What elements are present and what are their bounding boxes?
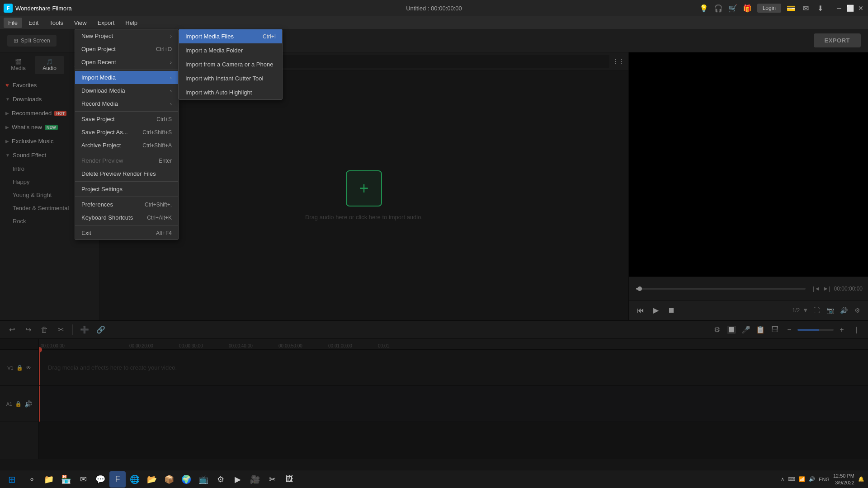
- volume-sys-icon[interactable]: 🔊: [809, 476, 815, 482]
- taskbar-filmora[interactable]: F: [109, 471, 126, 488]
- zoom-out-button[interactable]: −: [783, 324, 796, 336]
- taskbar: ⊞ ⚬ 📁 🏪 ✉ 💬 F 🌐 📂 📦 🌍 📺 ⚙ ▶ 🎥 ✂ 🖼 ∧ ⌨ 📶 …: [0, 470, 868, 488]
- submenu-import-files[interactable]: Import Media Files Ctrl+I: [179, 29, 282, 43]
- taskbar-extra[interactable]: 🖼: [281, 471, 297, 488]
- headphones-icon[interactable]: 🎧: [714, 4, 723, 13]
- delete-button[interactable]: 🗑: [38, 324, 51, 336]
- taskbar-camtasia[interactable]: 🎥: [247, 471, 263, 488]
- taskbar-dropbox[interactable]: 📦: [161, 471, 177, 488]
- screenshot-button[interactable]: 📷: [825, 305, 835, 316]
- ruler-tick-1: 00:00:20:00: [129, 343, 153, 348]
- settings-button[interactable]: ⚙: [852, 305, 863, 316]
- menu-edit[interactable]: Edit: [24, 18, 43, 28]
- open-recent-arrow: ›: [170, 60, 172, 65]
- taskbar-store[interactable]: 🏪: [58, 471, 74, 488]
- menu-keyboard-shortcuts[interactable]: Keyboard Shortcuts Ctrl+Alt+K: [75, 211, 178, 224]
- volume-button[interactable]: 🔊: [838, 305, 849, 316]
- snap-icon[interactable]: 🔲: [725, 324, 738, 336]
- submenu-import-folder[interactable]: Import a Media Folder: [179, 43, 282, 57]
- menu-help[interactable]: Help: [121, 18, 142, 28]
- taskbar-explorer[interactable]: 📁: [41, 471, 57, 488]
- clip-icon[interactable]: 📋: [754, 324, 767, 336]
- menu-file[interactable]: File: [4, 18, 22, 28]
- menu-archive-project[interactable]: Archive Project Ctrl+Shift+A: [75, 139, 178, 152]
- network-icon[interactable]: 📶: [799, 476, 805, 482]
- preview-playback-controls: ⏮ ▶ ⏹ 1/2 ▼ ⛶ 📷 🔊 ⚙: [629, 300, 868, 320]
- menu-download-media[interactable]: Download Media ›: [75, 84, 178, 97]
- tab-media[interactable]: 🎬 Media: [4, 56, 33, 74]
- menu-open-recent[interactable]: Open Recent ›: [75, 56, 178, 69]
- taskbar-mail[interactable]: ✉: [75, 471, 91, 488]
- link-button[interactable]: 🔗: [94, 324, 107, 336]
- taskbar-files[interactable]: 📂: [144, 471, 160, 488]
- menu-open-project[interactable]: Open Project Ctrl+O: [75, 42, 178, 56]
- eye-icon[interactable]: 👁: [26, 365, 31, 371]
- download-icon[interactable]: ⬇: [816, 4, 825, 13]
- bulb-icon[interactable]: 💡: [699, 4, 708, 13]
- taskbar-terminal[interactable]: ▶: [230, 471, 246, 488]
- menu-save-project-as[interactable]: Save Project As... Ctrl+Shift+S: [75, 126, 178, 139]
- grid-view-button[interactable]: ⋮⋮: [613, 56, 624, 67]
- taskbar-browser[interactable]: 🌍: [178, 471, 194, 488]
- menu-record-media[interactable]: Record Media ›: [75, 97, 178, 110]
- menu-import-media[interactable]: Import Media ›: [75, 71, 178, 84]
- effects-icon[interactable]: 🎞: [769, 324, 781, 336]
- audio-track-header: A1 🔒 🔊: [0, 386, 38, 422]
- taskbar-settings[interactable]: ⚙: [212, 471, 229, 488]
- taskbar-search[interactable]: ⚬: [24, 471, 40, 488]
- notification-icon[interactable]: 🔔: [858, 476, 864, 482]
- redo-button[interactable]: ↪: [22, 324, 34, 336]
- add-audio-button[interactable]: +: [346, 170, 382, 206]
- minimize-button[interactable]: ─: [835, 5, 843, 12]
- export-button[interactable]: EXPORT: [814, 33, 861, 47]
- menu-save-project[interactable]: Save Project Ctrl+S: [75, 113, 178, 126]
- menu-view[interactable]: View: [70, 18, 91, 28]
- lock-icon[interactable]: 🔒: [16, 365, 23, 371]
- credit-icon[interactable]: 💳: [787, 4, 796, 13]
- taskbar-media[interactable]: 📺: [195, 471, 212, 488]
- submenu-import-highlight[interactable]: Import with Auto Highlight: [179, 85, 282, 99]
- cut-button[interactable]: ✂: [54, 324, 67, 336]
- rewind-button[interactable]: ⏮: [634, 304, 647, 317]
- menu-exit[interactable]: Exit Alt+F4: [75, 226, 178, 239]
- menu-delete-preview[interactable]: Delete Preview Render Files: [75, 167, 178, 180]
- undo-button[interactable]: ↩: [5, 324, 18, 336]
- menu-new-project[interactable]: New Project ›: [75, 29, 178, 42]
- play-button[interactable]: ▶: [650, 304, 662, 317]
- email-icon[interactable]: ✉: [801, 4, 810, 13]
- audio-mute-icon[interactable]: 🔊: [24, 400, 32, 408]
- app-title: Wondershare Filmora: [15, 5, 72, 12]
- close-button[interactable]: ✕: [857, 5, 864, 12]
- collapse-button[interactable]: |: [850, 324, 863, 336]
- submenu-import-camera[interactable]: Import from a Camera or a Phone: [179, 57, 282, 71]
- exclusive-music-header-left: ▶ Exclusive Music: [5, 138, 53, 145]
- split-screen-button[interactable]: ⊞ Split Screen: [7, 35, 57, 47]
- login-button[interactable]: Login: [757, 4, 781, 13]
- submenu-import-instant[interactable]: Import with Instant Cutter Tool: [179, 71, 282, 85]
- zoom-dropdown-icon[interactable]: ▼: [802, 307, 808, 314]
- chevron-up-icon[interactable]: ∧: [781, 476, 784, 482]
- preview-progress-bar[interactable]: [636, 288, 806, 290]
- menu-preferences[interactable]: Preferences Ctrl+Shift+,: [75, 198, 178, 211]
- mic-icon[interactable]: 🎤: [740, 324, 752, 336]
- tab-audio[interactable]: 🎵 Audio: [35, 56, 64, 74]
- taskbar-teams[interactable]: 💬: [92, 471, 108, 488]
- preferences-shortcut: Ctrl+Shift+,: [145, 202, 172, 208]
- add-media-button[interactable]: ➕: [78, 324, 91, 336]
- taskbar-chrome[interactable]: 🌐: [127, 471, 143, 488]
- menu-project-settings[interactable]: Project Settings: [75, 183, 178, 196]
- fullscreen-button[interactable]: ⛶: [811, 305, 822, 316]
- menu-export[interactable]: Export: [93, 18, 119, 28]
- zoom-slider[interactable]: [797, 329, 834, 331]
- audio-lock-icon[interactable]: 🔒: [15, 401, 22, 407]
- settings-icon[interactable]: ⚙: [711, 324, 723, 336]
- gift-icon[interactable]: 🎁: [743, 4, 752, 13]
- ruler-tick-6: 00:01:: [378, 343, 391, 348]
- menu-tools[interactable]: Tools: [45, 18, 67, 28]
- taskbar-snip[interactable]: ✂: [264, 471, 280, 488]
- stop-button[interactable]: ⏹: [665, 304, 678, 317]
- start-button[interactable]: ⊞: [4, 472, 20, 487]
- zoom-in-button[interactable]: +: [835, 324, 848, 336]
- maximize-button[interactable]: ⬜: [846, 5, 854, 12]
- cart-icon[interactable]: 🛒: [728, 4, 737, 13]
